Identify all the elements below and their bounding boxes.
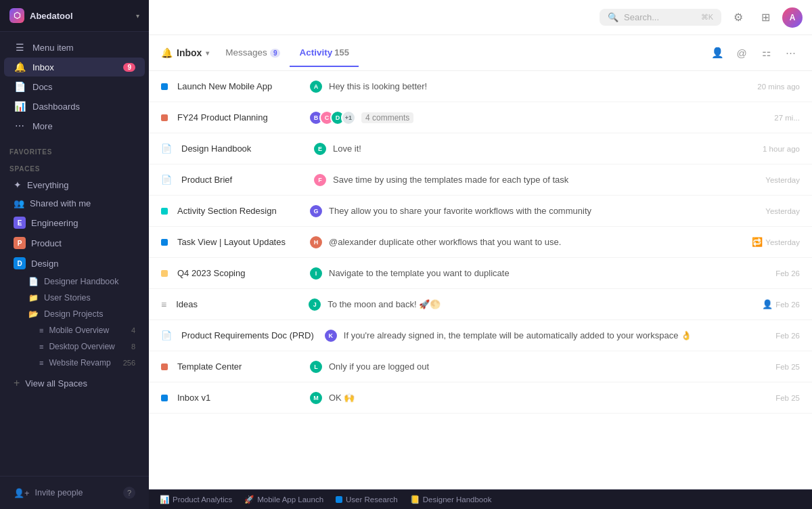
space-engineering-label: Engineering xyxy=(31,218,78,228)
task-avatars: E xyxy=(313,141,328,156)
plus-icon: + xyxy=(14,377,20,389)
task-time: 🔁 Yesterday xyxy=(752,237,800,247)
main-content: 🔍 Search... ⌘K ⚙ ⊞ A 🔔 Inbox ▾ Messages9… xyxy=(149,0,812,509)
sidebar-item-docs[interactable]: 📄 Docs xyxy=(4,77,145,96)
message-preview: They allow you to share your favorite wo… xyxy=(329,206,591,216)
help-icon[interactable]: ? xyxy=(123,487,135,499)
invite-people-button[interactable]: 👤+ Invite people ? xyxy=(9,483,139,502)
inbox-row-2[interactable]: FY24 Product Planning BCD+1 4 comments 2… xyxy=(149,102,812,133)
dashboards-icon: 📊 xyxy=(14,101,26,112)
mobile-overview-count: 4 xyxy=(131,326,135,334)
sidebar-item-design-projects[interactable]: 📂 Design Projects xyxy=(4,307,145,322)
grid-icon-button[interactable]: ⊞ xyxy=(755,7,775,28)
inbox-row-7[interactable]: Q4 2023 Scoping I Navigate to the templa… xyxy=(149,258,812,289)
sidebar-item-designer-handbook[interactable]: 📄 Designer Handbook xyxy=(4,274,145,289)
inbox-row-11[interactable]: Inbox v1 M OK 🙌 Feb 25 xyxy=(149,382,812,414)
sidebar-item-dashboards[interactable]: 📊 Dashboards xyxy=(4,97,145,116)
sidebar-item-more[interactable]: ⋯ More xyxy=(4,116,145,135)
bottom-bar-item-mobile-app-launch[interactable]: 🚀Mobile App Launch xyxy=(244,495,323,504)
inbox-row-8[interactable]: ≡ Ideas J To the moon and back! 🚀🌕 👤 Feb… xyxy=(149,289,812,320)
open-folder-icon: 📂 xyxy=(28,309,39,319)
topbar-icons: ⚙ ⊞ A xyxy=(728,7,803,28)
bottom-bar-item-product-analytics[interactable]: 📊Product Analytics xyxy=(160,495,232,504)
inbox-row-5[interactable]: Activity Section Redesign G They allow y… xyxy=(149,196,812,227)
avatar-0: A xyxy=(309,79,323,94)
settings-icon-button[interactable]: ⚙ xyxy=(728,7,748,28)
time-text: Feb 26 xyxy=(775,301,800,309)
user-avatar[interactable]: A xyxy=(782,7,803,28)
user-filter-button[interactable]: 👤 xyxy=(708,43,727,62)
inbox-title[interactable]: 🔔 Inbox ▾ xyxy=(161,47,209,66)
view-all-spaces[interactable]: + View all Spaces xyxy=(4,374,145,393)
more-options-button[interactable]: ⋯ xyxy=(781,43,800,62)
shared-icon: 👥 xyxy=(14,198,24,208)
search-bar[interactable]: 🔍 Search... ⌘K xyxy=(600,9,721,26)
sidebar-item-inbox[interactable]: 🔔 Inbox 9 xyxy=(4,58,145,76)
inbox-header: 🔔 Inbox ▾ Messages9 Activity155 👤 @ ⚏ ⋯ xyxy=(149,35,812,71)
inbox-tabs: Messages9 Activity155 xyxy=(216,47,701,66)
inbox-row-6[interactable]: Task View | Layout Updates H @alexander … xyxy=(149,227,812,258)
filter-button[interactable]: ⚏ xyxy=(757,43,775,62)
notebook-icon: 📒 xyxy=(410,495,420,504)
doc-icon: 📄 xyxy=(28,277,39,286)
inbox-row-1[interactable]: Launch New Mobile App A Hey this is look… xyxy=(149,71,812,102)
inbox-row-9[interactable]: 📄 Product Requirements Doc (PRD) K If yo… xyxy=(149,320,812,351)
task-time: Yesterday xyxy=(765,176,800,184)
bottom-bar-label: Mobile App Launch xyxy=(257,495,323,504)
website-revamp-label: Website Revamp xyxy=(49,358,110,368)
desktop-overview-label: Desktop Overview xyxy=(49,342,114,351)
sidebar-item-product[interactable]: P Product xyxy=(4,234,145,252)
task-preview-area: K If you're already signed in, the templ… xyxy=(323,328,766,343)
favorites-label: FAVORITES xyxy=(0,141,149,158)
sidebar-item-user-stories[interactable]: 📁 User Stories xyxy=(4,290,145,305)
sidebar-item-menu[interactable]: ☰ Menu item xyxy=(4,38,145,57)
dot-icon xyxy=(336,496,342,503)
time-text: 1 hour ago xyxy=(763,145,800,153)
time-text: Yesterday xyxy=(765,176,800,184)
message-preview: Save time by using the templates made fo… xyxy=(333,175,568,185)
sidebar-item-website-revamp[interactable]: ≡ Website Revamp 256 xyxy=(4,355,145,370)
task-avatars: K xyxy=(323,328,338,343)
avatar-0: E xyxy=(313,141,328,156)
task-time: 👤 Feb 26 xyxy=(762,299,800,309)
inbox-row-10[interactable]: Template Center L Only if you are logged… xyxy=(149,351,812,382)
sidebar-item-engineering[interactable]: E Engineering xyxy=(4,213,145,232)
avatar-0: G xyxy=(309,204,323,219)
inbox-row-4[interactable]: 📄 Product Brief F Save time by using the… xyxy=(149,164,812,196)
avatar-0: F xyxy=(313,173,328,187)
sidebar-item-everything[interactable]: ✦ Everything xyxy=(4,176,145,194)
message-preview: Love it! xyxy=(333,143,361,154)
message-preview: To the moon and back! 🚀🌕 xyxy=(328,299,441,309)
bottom-bar-item-designer-handbook[interactable]: 📒Designer Handbook xyxy=(410,495,492,504)
avatar-0: K xyxy=(323,328,338,343)
inbox-row-3[interactable]: 📄 Design Handbook E Love it! 1 hour ago xyxy=(149,133,812,164)
bottom-bar-item-user-research[interactable]: User Research xyxy=(336,495,398,504)
workspace-name: Abedatool xyxy=(30,11,131,21)
task-name: Q4 2023 Scoping xyxy=(177,268,299,278)
task-preview-area: H @alexander duplicate other workflows t… xyxy=(309,235,742,250)
tab-messages[interactable]: Messages9 xyxy=(216,47,290,67)
view-all-spaces-label: View all Spaces xyxy=(25,378,87,389)
sidebar-item-desktop-overview[interactable]: ≡ Desktop Overview 8 xyxy=(4,339,145,354)
tab-activity[interactable]: Activity155 xyxy=(290,47,358,67)
time-text: Feb 25 xyxy=(775,394,800,402)
task-preview-area: A Hey this is looking better! xyxy=(309,79,748,94)
message-preview: @alexander duplicate other workflows tha… xyxy=(329,237,561,247)
task-preview-area: L Only if you are logged out xyxy=(309,359,766,374)
inbox-badge: 9 xyxy=(123,63,135,72)
sidebar-item-shared[interactable]: 👥 Shared with me xyxy=(4,195,145,212)
sidebar-item-mobile-overview[interactable]: ≡ Mobile Overview 4 xyxy=(4,323,145,338)
task-name: Activity Section Redesign xyxy=(177,206,299,216)
message-preview: OK 🙌 xyxy=(329,393,355,403)
sidebar-header[interactable]: ⬡ Abedatool ▾ xyxy=(0,0,149,32)
sidebar-item-dashboards-label: Dashboards xyxy=(32,102,80,112)
user-stories-label: User Stories xyxy=(44,293,91,303)
task-time: 20 mins ago xyxy=(757,83,800,91)
task-color-indicator xyxy=(161,395,168,401)
task-preview-area: F Save time by using the templates made … xyxy=(313,173,756,187)
time-text: Feb 26 xyxy=(775,269,800,278)
time-text: 20 mins ago xyxy=(757,83,800,91)
sidebar-item-design[interactable]: D Design xyxy=(4,254,145,273)
product-dot: P xyxy=(14,237,26,249)
at-mention-button[interactable]: @ xyxy=(732,43,751,62)
